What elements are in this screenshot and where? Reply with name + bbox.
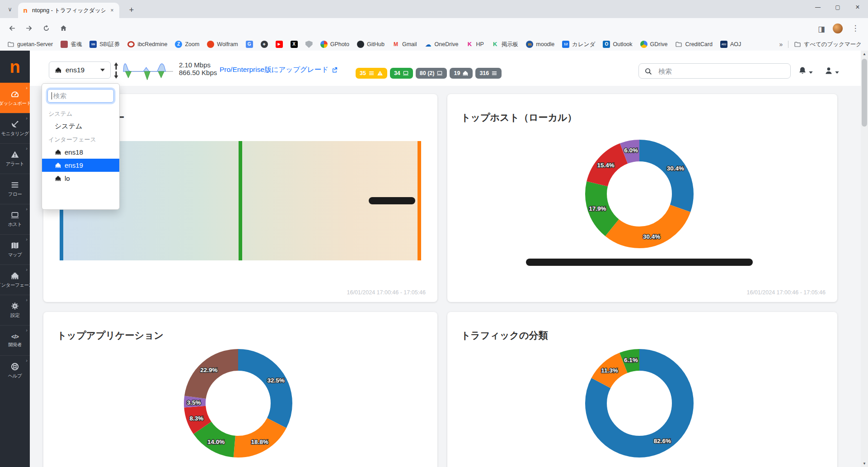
donut-percent-label: 15.4% [597,162,615,169]
bookmark-SBI証券[interactable]: SBISBI証券 [89,41,120,48]
browser-tab[interactable]: n ntopng - トラフィックダッシュボード × [18,3,119,18]
status-badge[interactable]: 80 (2) [416,68,447,79]
bookmark-guetan-Server[interactable]: guetan-Server [7,41,53,48]
bookmark-translate-bookmark[interactable]: G [246,41,253,48]
sidebar-item-dashboard[interactable]: ダッシュボード› [0,83,30,113]
chevron-right-icon: › [26,236,28,242]
bookmark-shield-bookmark[interactable] [305,41,313,48]
bookmark-youtube-bookmark[interactable]: ▶ [276,41,283,48]
tab-close-icon[interactable]: × [108,7,116,14]
warning-icon [10,150,19,159]
sidebar-item-interfaces[interactable]: インターフェース› [0,264,30,295]
bookmarks-overflow-icon[interactable]: » [779,41,783,48]
window-minimize-button[interactable]: — [808,0,827,14]
interface-select-button[interactable]: ens19 [49,61,111,79]
dropdown-group-header: システム [42,107,119,120]
chart-timestamp: 16/01/2024 17:00:46 - 17:05:46 [347,289,426,296]
bookmark-AOJ[interactable]: AOJAOJ [720,41,741,48]
dropdown-search-input[interactable] [52,92,110,100]
chevron-right-icon: › [26,115,28,121]
all-bookmarks-button[interactable]: すべてのブックマーク [794,41,862,48]
forward-button[interactable] [23,22,35,34]
tab-search-icon[interactable]: ∨ [5,4,15,14]
ntopng-favicon: n [22,7,29,14]
dropdown-search-field[interactable] [47,89,114,103]
throughput-sparkline [123,61,174,81]
scrollbar-thumb[interactable] [862,59,867,127]
bookmark-GitHub[interactable]: GitHub [357,41,385,48]
bookmark-Gmail[interactable]: MGmail [392,41,417,48]
donut-percent-label: 8.3% [190,415,204,422]
ntopng-dashboard-window: ∨ n ntopng - トラフィックダッシュボード × + — ▢ × ⚠ 保… [0,0,868,467]
dropdown-item-システム[interactable]: システム [42,120,119,133]
bookmark-ibcRedmine[interactable]: ibcRedmine [127,41,167,47]
sidebar-item-maps[interactable]: マップ› [0,234,30,264]
translate-bookmark-favicon: G [246,41,253,48]
bookmark-GPhoto[interactable]: GPhoto [320,41,349,48]
reload-button[interactable] [40,22,52,34]
chevron-right-icon: › [26,206,28,212]
user-menu-button[interactable] [824,66,839,75]
ntopng-logo[interactable]: n [0,51,30,83]
bookmark-Wolfram[interactable]: Wolfram [207,41,238,48]
scroll-down-icon[interactable]: ▼ [861,460,868,467]
sidebar: n ダッシュボード›モニタリング›アラート›フローホスト›マップ›インターフェー… [0,51,30,467]
sidebar-item-monitoring[interactable]: モニタリング› [0,113,30,143]
dropdown-item-ens18[interactable]: ens18 [42,146,119,159]
bookmark-Zoom[interactable]: ZZoom [175,41,199,48]
sidebar-item-alerts[interactable]: アラート› [0,143,30,174]
page-scrollbar[interactable]: ▲ ▼ [861,51,868,467]
donut-percent-label: 6.0% [624,147,638,154]
dropdown-item-ens19[interactable]: ens19 [42,159,119,172]
home-button[interactable] [57,22,70,34]
browser-menu-icon[interactable]: ⋮ [849,22,862,34]
search-input[interactable] [657,67,785,75]
upgrade-link[interactable]: Pro/Enterprise版にアップグレード [220,65,338,75]
sidebar-item-help[interactable]: ヘルプ› [0,355,30,386]
external-link-icon [331,66,338,73]
status-badge[interactable]: 316 [475,68,502,79]
bookmark-HP[interactable]: KHP [466,41,483,48]
bookmark-雀魂[interactable]: 雀魂 [61,41,82,48]
sidebar-item-developer[interactable]: </>開発者› [0,325,30,355]
bookmark-dark-bookmark[interactable]: ◆ [261,41,268,48]
scroll-up-icon[interactable]: ▲ [861,51,868,57]
status-badge[interactable]: 34 [390,68,413,79]
sidebar-item-label: マップ [8,252,22,258]
gear-icon [10,302,19,311]
gauge-icon [10,90,19,99]
bookmark-x-bookmark[interactable]: X [291,41,298,48]
notifications-button[interactable] [798,66,813,75]
bookmark-CreditCard[interactable]: CreditCard [675,41,712,48]
bookmark-Outlook[interactable]: OOutlook [603,41,632,48]
back-button[interactable] [5,22,18,34]
sidebar-item-label: モニタリング [1,131,28,137]
bookmark-label: カレンダ [572,41,595,48]
dropdown-item-lo[interactable]: lo [42,172,119,185]
window-close-button[interactable]: × [848,0,867,14]
sidebar-item-hosts[interactable]: ホスト› [0,204,30,234]
bookmark-OneDrive[interactable]: ☁OneDrive [425,41,459,48]
app-header: ens19 2.10 Mbps 866.50 Kbps Pro/Enterpri… [30,51,861,86]
status-badge[interactable]: 19 [450,68,473,79]
bookmark-カレンダ[interactable]: 12カレンダ [562,41,595,48]
bookmark-label: OneDrive [435,41,459,47]
bookmark-label: Gmail [402,41,417,47]
bookmark-favicon: m [526,41,533,48]
bookmark-GDrive[interactable]: GDrive [640,41,668,48]
sidebar-item-flows[interactable]: フロー [0,174,30,204]
sidebar-item-settings[interactable]: 設定› [0,295,30,325]
global-search[interactable] [638,63,791,79]
new-tab-button[interactable]: + [126,4,137,16]
profile-avatar[interactable] [831,22,844,35]
bookmark-favicon: AOJ [720,41,727,48]
dropdown-item-label: lo [65,175,70,182]
window-maximize-button[interactable]: ▢ [828,0,847,14]
warning-icon [377,70,383,76]
status-badge[interactable]: 35 [356,68,387,79]
bookmark-掲示板[interactable]: K掲示板 [492,41,519,48]
bookmark-moodle[interactable]: mmoodle [526,41,554,48]
ethernet-icon [55,149,61,156]
side-panel-icon[interactable]: ◨ [815,23,828,35]
donut-percent-label: 30.4% [643,233,660,240]
